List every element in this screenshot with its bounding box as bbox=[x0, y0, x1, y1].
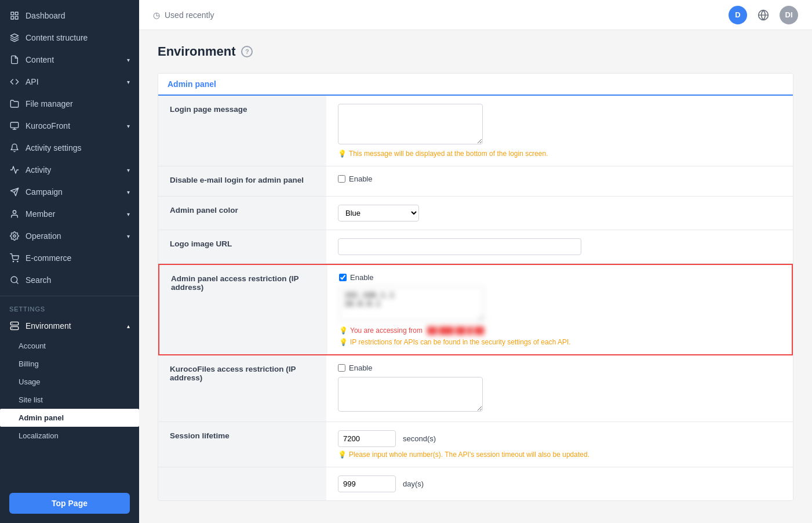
session-lifetime-hint: 💡 Please input whole number(s). The API'… bbox=[338, 451, 781, 459]
clock-icon: ◷ bbox=[153, 10, 160, 20]
sidebar-item-activity-settings-label: Activity settings bbox=[26, 143, 81, 152]
bulb-icon: 💡 bbox=[338, 451, 347, 459]
bulb-icon: 💡 bbox=[339, 338, 348, 346]
sidebar-item-api[interactable]: API ▾ bbox=[0, 71, 139, 93]
section-header: Admin panel bbox=[158, 74, 793, 96]
sidebar-sub-item-usage[interactable]: Usage bbox=[0, 373, 139, 391]
admin-access-checkbox[interactable] bbox=[339, 274, 347, 281]
sidebar-item-activity[interactable]: Activity ▾ bbox=[0, 159, 139, 181]
page-title: Environment ? bbox=[158, 44, 793, 59]
search-icon bbox=[9, 275, 20, 285]
svg-point-13 bbox=[17, 261, 18, 262]
sidebar-sub-item-account[interactable]: Account bbox=[0, 337, 139, 355]
file-icon bbox=[9, 55, 20, 65]
sidebar-sub-item-admin-panel[interactable]: Admin panel bbox=[0, 409, 139, 427]
grid-icon bbox=[9, 10, 20, 21]
sidebar-sub-item-billing[interactable]: Billing bbox=[0, 355, 139, 373]
kurocofiles-ip-textarea[interactable] bbox=[338, 377, 483, 412]
panel-color-select[interactable]: Blue Red Green Dark bbox=[338, 205, 419, 221]
sidebar-item-ecommerce[interactable]: E-commerce bbox=[0, 247, 139, 269]
sidebar-item-search[interactable]: Search bbox=[0, 269, 139, 291]
header-right: D DI bbox=[729, 6, 798, 24]
sidebar-item-environment[interactable]: Environment ▴ bbox=[0, 315, 139, 337]
sidebar-item-operation[interactable]: Operation ▾ bbox=[0, 225, 139, 247]
admin-access-hint: 💡 IP restrictions for APIs can be found … bbox=[339, 338, 780, 346]
login-message-textarea[interactable] bbox=[338, 104, 483, 144]
logo-url-input[interactable] bbox=[338, 238, 581, 255]
sidebar-item-activity-settings[interactable]: Activity settings bbox=[0, 137, 139, 159]
chevron-down-icon: ▾ bbox=[127, 233, 130, 239]
sidebar-sub-item-admin-panel-label: Admin panel bbox=[19, 413, 64, 422]
content-area: Environment ? Admin panel Login page mes… bbox=[139, 30, 812, 523]
sidebar-item-dashboard[interactable]: Dashboard bbox=[0, 5, 139, 27]
sidebar-item-campaign[interactable]: Campaign ▾ bbox=[0, 181, 139, 203]
chevron-down-icon: ▾ bbox=[127, 167, 130, 173]
sidebar-item-activity-label: Activity bbox=[26, 165, 51, 175]
sidebar-item-content-structure[interactable]: Content structure bbox=[0, 27, 139, 49]
admin-access-checkbox-row: Enable bbox=[339, 273, 780, 282]
sidebar-sub-item-site-list[interactable]: Site list bbox=[0, 391, 139, 409]
sidebar-item-dashboard-label: Dashboard bbox=[26, 11, 65, 20]
svg-line-15 bbox=[16, 282, 18, 284]
chevron-up-icon: ▴ bbox=[127, 323, 130, 329]
sidebar-item-member-label: Member bbox=[26, 209, 55, 219]
disable-email-checkbox-label: Enable bbox=[349, 175, 372, 183]
last-row-input[interactable] bbox=[338, 475, 396, 492]
setting-label-last bbox=[158, 467, 326, 500]
setting-row-kurocofiles-access: KurocoFiles access restriction (IP addre… bbox=[158, 355, 793, 422]
admin-access-ip-textarea[interactable]: 192.168.1.1 10.0.0.1 bbox=[339, 286, 484, 321]
sidebar-item-member[interactable]: Member ▾ bbox=[0, 203, 139, 225]
setting-label-logo-url: Logo image URL bbox=[158, 230, 326, 263]
sidebar-item-kurocofront[interactable]: KurocoFront ▾ bbox=[0, 115, 139, 137]
svg-point-10 bbox=[13, 210, 16, 213]
svg-rect-0 bbox=[11, 12, 14, 15]
sidebar-sub-item-localization[interactable]: Localization bbox=[0, 427, 139, 445]
sidebar-item-ecommerce-label: E-commerce bbox=[26, 253, 71, 263]
disable-email-checkbox[interactable] bbox=[338, 175, 345, 183]
setting-label-session-lifetime: Session lifetime bbox=[158, 422, 326, 467]
sidebar: Dashboard Content structure Content ▾ AP… bbox=[0, 0, 139, 523]
kurocofiles-checkbox-label: Enable bbox=[349, 364, 372, 372]
last-row-unit: day(s) bbox=[403, 480, 424, 488]
sidebar-item-content[interactable]: Content ▾ bbox=[0, 49, 139, 71]
top-page-button[interactable]: Top Page bbox=[9, 493, 130, 514]
kurocofiles-checkbox-row: Enable bbox=[338, 364, 781, 372]
login-message-hint: 💡 This message will be displayed at the … bbox=[338, 150, 781, 158]
chevron-down-icon: ▾ bbox=[127, 189, 130, 195]
help-icon[interactable]: ? bbox=[241, 46, 253, 57]
session-lifetime-input[interactable] bbox=[338, 430, 396, 447]
admin-access-warning: 💡 You are accessing from ██.███.██.█ ██ bbox=[339, 326, 780, 335]
setting-value-session-lifetime: second(s) 💡 Please input whole number(s)… bbox=[326, 422, 793, 467]
avatar-blue[interactable]: D bbox=[729, 6, 747, 24]
setting-row-logo-url: Logo image URL bbox=[158, 230, 793, 264]
svg-point-11 bbox=[13, 235, 16, 237]
main-area: ◷ Used recently D DI Environment ? Admin… bbox=[139, 0, 812, 523]
globe-icon[interactable] bbox=[754, 6, 773, 24]
used-recently[interactable]: ◷ Used recently bbox=[153, 10, 214, 20]
chevron-down-icon: ▾ bbox=[127, 211, 130, 217]
sidebar-nav: Dashboard Content structure Content ▾ AP… bbox=[0, 0, 139, 486]
setting-row-disable-email: Disable e-mail login for admin panel Ena… bbox=[158, 166, 793, 197]
setting-row-last: day(s) bbox=[158, 467, 793, 500]
accessing-ip-blurred: ██.███.██.█ ██ bbox=[427, 326, 484, 335]
admin-access-checkbox-label: Enable bbox=[350, 273, 373, 282]
setting-value-login-message: 💡 This message will be displayed at the … bbox=[326, 96, 793, 166]
setting-label-panel-color: Admin panel color bbox=[158, 197, 326, 230]
chevron-down-icon: ▾ bbox=[127, 123, 130, 129]
sidebar-item-content-structure-label: Content structure bbox=[26, 33, 88, 42]
sidebar-item-file-manager[interactable]: File manager bbox=[0, 93, 139, 115]
setting-row-admin-access-restriction: Admin panel access restriction (IP addre… bbox=[158, 264, 793, 355]
sidebar-sub-item-usage-label: Usage bbox=[19, 377, 41, 386]
bell-icon bbox=[9, 143, 20, 153]
setting-label-login-message: Login page message bbox=[158, 96, 326, 166]
disable-email-checkbox-row: Enable bbox=[338, 175, 781, 183]
kurocofiles-checkbox[interactable] bbox=[338, 364, 345, 372]
page-title-text: Environment bbox=[158, 44, 235, 59]
monitor-icon bbox=[9, 121, 20, 131]
settings-section-label: SETTINGS bbox=[0, 301, 139, 315]
sidebar-sub-item-account-label: Account bbox=[19, 342, 46, 350]
avatar-gray[interactable]: DI bbox=[780, 6, 798, 24]
svg-rect-2 bbox=[11, 16, 14, 19]
sidebar-sub-item-localization-label: Localization bbox=[19, 431, 59, 440]
header: ◷ Used recently D DI bbox=[139, 0, 812, 30]
